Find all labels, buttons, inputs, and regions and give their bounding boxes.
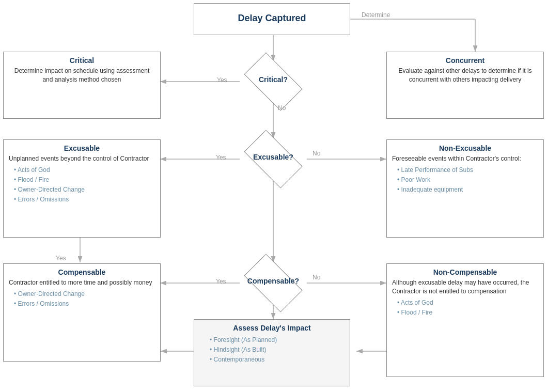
yes3a-label: Yes bbox=[216, 278, 226, 285]
excusable-bullet-2: Flood / Fire bbox=[14, 175, 155, 185]
non-excusable-bullet-3: Inadequate equipment bbox=[397, 185, 538, 195]
non-compensable-box-title: Non-Compensable bbox=[392, 268, 538, 276]
non-excusable-bullet-2: Poor Work bbox=[397, 175, 538, 185]
non-compensable-bullet-list: Acts of God Flood / Fire bbox=[392, 298, 538, 318]
determine-label: Determine bbox=[362, 11, 390, 19]
excusable-box-text: Unplanned events beyond the control of C… bbox=[9, 154, 155, 163]
compensable-diamond-container: Compensable? bbox=[240, 262, 307, 304]
non-excusable-box-text: Foreseeable events within Contractor's c… bbox=[392, 154, 538, 163]
non-compensable-box: Non-Compensable Although excusable delay… bbox=[386, 263, 544, 377]
compensable-content-box: Compensable Contractor entitled to more … bbox=[3, 263, 161, 362]
excusable-box-title: Excusable bbox=[9, 144, 155, 152]
assess-bullet-1: Foresight (As Planned) bbox=[210, 335, 345, 345]
concurrent-box-title: Concurrent bbox=[392, 56, 538, 65]
delay-captured-box: Delay Captured bbox=[194, 3, 350, 35]
diagram: Delay Captured Determine Critical? Yes N… bbox=[0, 0, 547, 392]
concurrent-box-text: Evaluate against other delays to determi… bbox=[392, 67, 538, 84]
excusable-bullet-list: Acts of God Flood / Fire Owner-Directed … bbox=[9, 165, 155, 205]
assess-box: Assess Delay's Impact Foresight (As Plan… bbox=[194, 319, 350, 386]
non-compensable-box-text: Although excusable delay may have occurr… bbox=[392, 278, 538, 296]
non-excusable-bullet-1: Late Performance of Subs bbox=[397, 165, 538, 175]
no3-label: No bbox=[312, 274, 320, 281]
non-compensable-bullet-1: Acts of God bbox=[397, 298, 538, 308]
compensable-bullet-2: Errors / Omissions bbox=[14, 299, 155, 309]
critical-box-text: Determine impact on schedule using asses… bbox=[9, 67, 155, 84]
yes1-label: Yes bbox=[217, 76, 227, 84]
excusable-bullet-4: Errors / Omissions bbox=[14, 195, 155, 205]
assess-bullet-list: Foresight (As Planned) Hindsight (As Bui… bbox=[199, 335, 345, 365]
non-excusable-box-title: Non-Excusable bbox=[392, 144, 538, 152]
delay-captured-title: Delay Captured bbox=[238, 13, 306, 24]
excusable-diamond-label: Excusable? bbox=[240, 153, 307, 161]
yes3-label: Yes bbox=[56, 255, 66, 262]
compensable-box-title: Compensable bbox=[9, 268, 155, 276]
no1-label: No bbox=[278, 104, 286, 112]
compensable-bullet-1: Owner-Directed Change bbox=[14, 289, 155, 299]
critical-box-title: Critical bbox=[9, 56, 155, 65]
critical-content-box: Critical Determine impact on schedule us… bbox=[3, 52, 161, 119]
excusable-diamond-container: Excusable? bbox=[240, 138, 307, 180]
non-excusable-bullet-list: Late Performance of Subs Poor Work Inade… bbox=[392, 165, 538, 195]
excusable-content-box: Excusable Unplanned events beyond the co… bbox=[3, 139, 161, 238]
non-compensable-bullet-2: Flood / Fire bbox=[397, 308, 538, 318]
compensable-bullet-list: Owner-Directed Change Errors / Omissions bbox=[9, 289, 155, 309]
no2-label: No bbox=[312, 150, 320, 157]
excusable-bullet-3: Owner-Directed Change bbox=[14, 185, 155, 195]
assess-bullet-2: Hindsight (As Built) bbox=[210, 345, 345, 355]
yes2-label: Yes bbox=[216, 154, 226, 161]
excusable-bullet-1: Acts of God bbox=[14, 165, 155, 175]
assess-bullet-3: Contemporaneous bbox=[210, 355, 345, 365]
critical-diamond-container: Critical? bbox=[240, 61, 307, 102]
concurrent-box: Concurrent Evaluate against other delays… bbox=[386, 52, 544, 119]
non-excusable-box: Non-Excusable Foreseeable events within … bbox=[386, 139, 544, 238]
assess-box-title: Assess Delay's Impact bbox=[199, 324, 345, 332]
compensable-box-text: Contractor entitled to more time and pos… bbox=[9, 278, 155, 287]
compensable-diamond-label: Compensable? bbox=[240, 277, 307, 285]
critical-diamond-label: Critical? bbox=[240, 75, 307, 84]
